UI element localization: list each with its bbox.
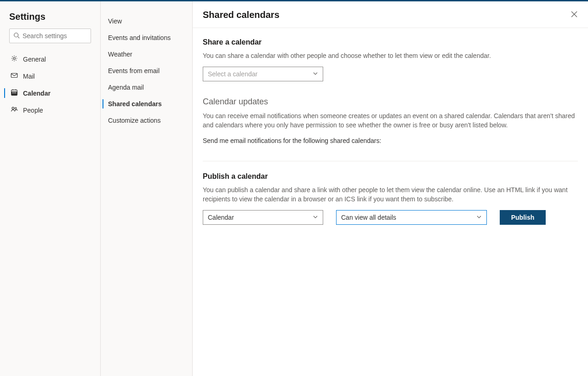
chevron-down-icon — [313, 70, 318, 78]
dropdown-value: Calendar — [208, 214, 234, 221]
svg-point-11 — [12, 107, 14, 109]
share-calendar-section: Share a calendar You can share a calenda… — [203, 38, 578, 81]
submenu-item-shared-calendars[interactable]: Shared calendars — [101, 96, 192, 112]
mail-icon — [10, 71, 23, 81]
sidebar-item-label: General — [23, 56, 46, 63]
settings-title: Settings — [0, 9, 100, 28]
submenu-item-customize-actions[interactable]: Customize actions — [101, 113, 192, 128]
calendar-submenu: View Events and invitations Weather Even… — [101, 1, 193, 376]
dropdown-value: Can view all details — [341, 214, 396, 221]
publish-button[interactable]: Publish — [500, 210, 546, 225]
chevron-down-icon — [476, 214, 482, 221]
svg-rect-8 — [12, 92, 13, 93]
svg-rect-10 — [15, 92, 16, 93]
sidebar-item-label: Calendar — [23, 90, 51, 97]
sidebar-item-label: Mail — [23, 73, 35, 80]
gear-icon — [10, 54, 23, 64]
svg-rect-5 — [11, 91, 17, 95]
svg-point-12 — [15, 108, 17, 109]
main-panel: Shared calendars Share a calendar You ca… — [193, 1, 588, 376]
svg-point-0 — [14, 33, 18, 37]
svg-rect-9 — [14, 92, 15, 93]
submenu-item-events-from-email[interactable]: Events from email — [101, 63, 192, 79]
page-title: Shared calendars — [203, 10, 280, 20]
dropdown-value: Select a calendar — [208, 70, 257, 78]
calendar-icon — [10, 88, 23, 98]
publish-permission-dropdown[interactable]: Can view all details — [336, 210, 487, 225]
svg-point-2 — [13, 57, 16, 60]
publish-heading: Publish a calendar — [203, 172, 578, 181]
search-icon — [13, 32, 20, 40]
calendar-updates-section: Calendar updates You can receive email n… — [203, 97, 578, 145]
settings-sidebar: Settings General — [0, 1, 101, 376]
updates-heading: Calendar updates — [203, 97, 578, 107]
sidebar-item-label: People — [23, 107, 43, 114]
sidebar-item-calendar[interactable]: Calendar — [0, 85, 100, 102]
submenu-item-events-invitations[interactable]: Events and invitations — [101, 30, 192, 46]
search-input[interactable] — [23, 32, 103, 40]
sidebar-item-people[interactable]: People — [0, 102, 100, 119]
svg-line-1 — [18, 36, 20, 38]
chevron-down-icon — [313, 214, 318, 221]
sidebar-item-general[interactable]: General — [0, 51, 100, 68]
submenu-item-agenda-mail[interactable]: Agenda mail — [101, 80, 192, 95]
close-button[interactable] — [571, 11, 578, 19]
publish-desc: You can publish a calendar and share a l… — [203, 185, 578, 204]
publish-calendar-section: Publish a calendar You can publish a cal… — [203, 172, 578, 225]
updates-desc: You can receive email notifications when… — [203, 111, 578, 130]
submenu-item-weather[interactable]: Weather — [101, 46, 192, 62]
select-calendar-dropdown[interactable]: Select a calendar — [203, 67, 323, 81]
section-divider — [203, 161, 578, 161]
submenu-item-view[interactable]: View — [101, 13, 192, 29]
close-icon — [571, 11, 577, 19]
sidebar-item-mail[interactable]: Mail — [0, 68, 100, 85]
updates-subtext: Send me email notifications for the foll… — [203, 136, 578, 145]
people-icon — [10, 105, 23, 115]
publish-calendar-dropdown[interactable]: Calendar — [203, 210, 323, 225]
search-settings[interactable] — [9, 28, 91, 43]
share-heading: Share a calendar — [203, 38, 578, 46]
share-desc: You can share a calendar with other peop… — [203, 51, 578, 60]
